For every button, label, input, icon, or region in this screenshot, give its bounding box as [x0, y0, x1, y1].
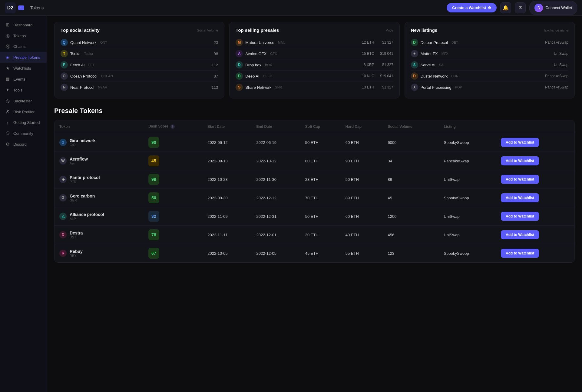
presale-usd: $19 041 [377, 74, 393, 78]
social-value: 98 [214, 51, 218, 56]
token-ticker: QNT [100, 41, 107, 44]
token-ticker: DUN [451, 74, 458, 78]
token-cell-name: Rebuy [70, 249, 83, 254]
cell-soft-cap: 70 ETH [300, 189, 341, 207]
sidebar-item-discord[interactable]: ⚙ Discord [0, 139, 47, 150]
token-icon: F [61, 61, 68, 68]
connect-wallet-button[interactable]: D Connect Wallet [529, 1, 577, 15]
cell-token: G Gira network GIR [55, 133, 144, 152]
cell-social-vol: 45 [383, 189, 439, 207]
create-watchlist-button[interactable]: Create a Watchlist ⚙ [447, 3, 497, 12]
table-head: Token Dash Score i Start Date End Date S… [55, 120, 574, 133]
token-cell-name: Gero carbon [70, 194, 95, 198]
sidebar-item-chains[interactable]: ⛓ Chains [0, 41, 47, 52]
token-ticker: GFX [270, 52, 277, 55]
cell-end: 2022-06-19 [251, 133, 300, 152]
token-name: Share Network [245, 85, 271, 90]
sidebar-label-presale: Presale Tokens [13, 55, 40, 60]
chains-icon: ⛓ [5, 44, 10, 49]
sidebar-item-community[interactable]: ⚇ Community [0, 128, 47, 139]
sidebar-label-watchlists: Watchlists [13, 66, 31, 71]
presale-usd: $19 041 [377, 51, 393, 56]
add-to-watchlist-button[interactable]: Add to Watchlist [501, 138, 539, 147]
add-to-watchlist-button[interactable]: Add to Watchlist [501, 175, 539, 184]
presale-tokens-section: Presale Tokens Token Dash Score i Start … [54, 107, 575, 263]
sidebar-item-getting-started[interactable]: ↑ Getting Started [0, 117, 47, 128]
notifications-button[interactable]: 🔔 [500, 2, 511, 13]
sidebar-item-watchlists[interactable]: ★ Watchlists [0, 63, 47, 74]
token-name: Portal Processing [421, 85, 451, 90]
messages-button[interactable]: ✉ [515, 2, 526, 13]
cell-token: D Destra DST [55, 226, 144, 244]
token-cell-ticker: DST [70, 235, 83, 239]
token-name-group: D Drop box BOX [236, 61, 361, 68]
token-icon: A [236, 50, 243, 57]
col-social-volume: Social Volume [383, 120, 439, 133]
token-cell-ticker: ALP [70, 217, 104, 221]
cell-end: 2022-11-30 [251, 170, 300, 189]
cell-start: 2022-06-12 [203, 133, 251, 152]
add-to-watchlist-button[interactable]: Add to Watchlist [501, 249, 539, 258]
token-name-group: S Serve AI SAI [411, 61, 551, 68]
cell-soft-cap: 23 ETH [300, 170, 341, 189]
sidebar-item-backtester[interactable]: ◷ Backtester [0, 95, 47, 106]
dash-score-info-icon[interactable]: i [170, 125, 175, 129]
sidebar-label-backtester: Backtester [13, 99, 32, 103]
presale-usd: $1 327 [377, 85, 393, 89]
add-to-watchlist-button[interactable]: Add to Watchlist [501, 156, 539, 165]
add-to-watchlist-button[interactable]: Add to Watchlist [501, 212, 539, 221]
token-cell-ticker: GER [70, 198, 95, 202]
token-ticker: MFX [441, 52, 448, 55]
token-info: Gero carbon GER [70, 194, 95, 202]
cell-token: △ Alliance protocol ALP [55, 207, 144, 226]
dash-score-badge: 32 [148, 211, 159, 222]
social-row: N Near Protocol NEAR 113 [61, 82, 218, 93]
token-ticker: NEAR [98, 85, 107, 89]
cell-soft-cap: 50 ETH [300, 133, 341, 152]
token-icon: S [236, 84, 243, 91]
presale-price: 13 ETH [362, 85, 374, 89]
token-name-group: ★ Portal Processing POP [411, 84, 543, 91]
table-row: R Rebuy RBY 67 2022-10-05 2022-12-05 45 … [55, 244, 574, 263]
listing-exchange: UniSwap [554, 63, 568, 67]
cell-soft-cap: 80 ETH [300, 152, 341, 170]
cell-start: 2022-09-13 [203, 152, 251, 170]
cell-end: 2022-12-31 [251, 207, 300, 226]
social-value: 112 [212, 63, 218, 67]
presale-card-row: A Avalon GFX GFX 15 BTC $19 041 [236, 48, 393, 59]
logo-icon: D2 [5, 2, 16, 13]
sidebar-item-tokens[interactable]: ◎ Tokens [0, 30, 47, 41]
watchlists-icon: ★ [5, 65, 10, 71]
token-cell: R Rebuy RBY [59, 249, 139, 257]
mail-icon: ✉ [518, 5, 522, 11]
cell-listing: UniSwap [439, 170, 496, 189]
presale-card-row: D Drop box BOX 8 XRP $1 327 [236, 59, 393, 71]
cell-token: R Rebuy RBY [55, 244, 144, 263]
token-name-group: M Matura Universe MAU [236, 39, 359, 46]
sidebar-item-presale-tokens[interactable]: ◈ Presale Tokens [0, 52, 47, 63]
social-row: O Ocean Protocol OCEAN 87 [61, 71, 218, 82]
sidebar-item-risk-profiler[interactable]: ✗ Risk Profiler [0, 106, 47, 117]
token-icon: O [61, 72, 68, 80]
social-value: 113 [212, 85, 218, 90]
token-ticker: Tsuka [84, 52, 93, 55]
sidebar-item-dashboard[interactable]: ⊞ Dashboard [0, 19, 47, 30]
presale-usd: $1 327 [377, 63, 393, 67]
sidebar-item-tools[interactable]: ✦ Tools [0, 85, 47, 95]
token-name: Quant Network [70, 40, 97, 45]
token-cell: W Aeroflow Aer [59, 157, 139, 165]
token-ticker: POP [455, 85, 462, 89]
add-to-watchlist-button[interactable]: Add to Watchlist [501, 193, 539, 202]
sidebar-item-events[interactable]: ▦ Events [0, 74, 47, 85]
cards-row: Top social activity Social Volume Q Quan… [54, 22, 575, 98]
table-header-row: Token Dash Score i Start Date End Date S… [55, 120, 574, 133]
cell-token: ◈ Pantir protocol PTR [55, 170, 144, 189]
sidebar-label-discord: Discord [13, 142, 27, 147]
token-name: Fetch AI [70, 63, 85, 67]
add-to-watchlist-button[interactable]: Add to Watchlist [501, 230, 539, 239]
col-listing: Listing [439, 120, 496, 133]
layout: ⊞ Dashboard ◎ Tokens ⛓ Chains ◈ Presale … [0, 16, 582, 392]
cell-social-vol: 1200 [383, 207, 439, 226]
presale-tokens-table-container: Token Dash Score i Start Date End Date S… [54, 120, 575, 263]
token-name-group: O Ocean Protocol OCEAN [61, 72, 113, 80]
